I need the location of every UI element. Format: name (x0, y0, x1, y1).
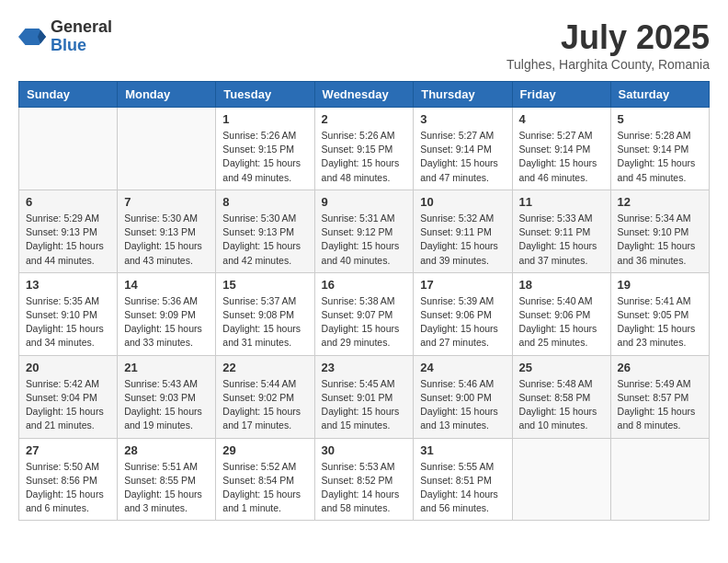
day-number: 12 (618, 195, 702, 209)
weekday-header: Saturday (610, 82, 709, 108)
calendar-cell: 27Sunrise: 5:50 AM Sunset: 8:56 PM Dayli… (19, 438, 118, 521)
logo-general-text: General (51, 18, 112, 37)
day-info: Sunrise: 5:49 AM Sunset: 8:57 PM Dayligh… (618, 377, 702, 433)
calendar-cell: 22Sunrise: 5:44 AM Sunset: 9:02 PM Dayli… (216, 355, 314, 438)
calendar-week-row: 20Sunrise: 5:42 AM Sunset: 9:04 PM Dayli… (19, 355, 710, 438)
day-info: Sunrise: 5:51 AM Sunset: 8:55 PM Dayligh… (124, 460, 209, 516)
day-number: 21 (124, 361, 209, 374)
weekday-header: Sunday (19, 82, 118, 108)
day-number: 23 (322, 361, 407, 374)
calendar-cell: 31Sunrise: 5:55 AM Sunset: 8:51 PM Dayli… (414, 438, 512, 521)
logo-icon (18, 23, 46, 51)
day-info: Sunrise: 5:30 AM Sunset: 9:13 PM Dayligh… (222, 212, 307, 268)
day-number: 18 (519, 278, 604, 292)
calendar-table: SundayMondayTuesdayWednesdayThursdayFrid… (18, 81, 710, 521)
day-number: 6 (26, 195, 110, 209)
day-info: Sunrise: 5:27 AM Sunset: 9:14 PM Dayligh… (519, 129, 604, 185)
day-info: Sunrise: 5:34 AM Sunset: 9:10 PM Dayligh… (618, 212, 702, 268)
calendar-cell: 8Sunrise: 5:30 AM Sunset: 9:13 PM Daylig… (216, 190, 314, 272)
calendar-cell: 18Sunrise: 5:40 AM Sunset: 9:06 PM Dayli… (512, 272, 610, 355)
weekday-header: Wednesday (314, 82, 414, 108)
day-number: 13 (26, 278, 110, 292)
day-info: Sunrise: 5:35 AM Sunset: 9:10 PM Dayligh… (26, 294, 110, 350)
day-info: Sunrise: 5:36 AM Sunset: 9:09 PM Dayligh… (124, 294, 209, 350)
calendar-cell: 29Sunrise: 5:52 AM Sunset: 8:54 PM Dayli… (216, 438, 314, 521)
title-block: July 2025 Tulghes, Harghita County, Roma… (506, 18, 710, 72)
day-info: Sunrise: 5:52 AM Sunset: 8:54 PM Dayligh… (222, 460, 307, 516)
day-info: Sunrise: 5:39 AM Sunset: 9:06 PM Dayligh… (420, 294, 505, 350)
calendar-cell: 3Sunrise: 5:27 AM Sunset: 9:14 PM Daylig… (414, 108, 512, 190)
day-number: 20 (26, 361, 110, 374)
page-header: General Blue July 2025 Tulghes, Harghita… (18, 18, 710, 72)
calendar-cell: 20Sunrise: 5:42 AM Sunset: 9:04 PM Dayli… (19, 355, 118, 438)
day-number: 3 (420, 112, 505, 126)
calendar-cell: 19Sunrise: 5:41 AM Sunset: 9:05 PM Dayli… (610, 272, 709, 355)
day-info: Sunrise: 5:40 AM Sunset: 9:06 PM Dayligh… (519, 294, 604, 350)
day-info: Sunrise: 5:32 AM Sunset: 9:11 PM Dayligh… (420, 212, 505, 268)
day-info: Sunrise: 5:33 AM Sunset: 9:11 PM Dayligh… (519, 212, 604, 268)
day-info: Sunrise: 5:31 AM Sunset: 9:12 PM Dayligh… (322, 212, 407, 268)
day-number: 24 (420, 361, 505, 374)
day-info: Sunrise: 5:45 AM Sunset: 9:01 PM Dayligh… (322, 377, 407, 433)
day-info: Sunrise: 5:38 AM Sunset: 9:07 PM Dayligh… (322, 294, 407, 350)
day-number: 9 (322, 195, 407, 209)
day-number: 15 (222, 278, 307, 292)
calendar-cell: 16Sunrise: 5:38 AM Sunset: 9:07 PM Dayli… (314, 272, 414, 355)
day-info: Sunrise: 5:27 AM Sunset: 9:14 PM Dayligh… (420, 129, 505, 185)
day-number: 17 (420, 278, 505, 292)
logo: General Blue (18, 18, 112, 55)
weekday-header: Friday (512, 82, 610, 108)
calendar-cell: 1Sunrise: 5:26 AM Sunset: 9:15 PM Daylig… (216, 108, 314, 190)
calendar-cell: 4Sunrise: 5:27 AM Sunset: 9:14 PM Daylig… (512, 108, 610, 190)
day-info: Sunrise: 5:48 AM Sunset: 8:58 PM Dayligh… (519, 377, 604, 433)
day-number: 4 (519, 112, 604, 126)
calendar-cell: 10Sunrise: 5:32 AM Sunset: 9:11 PM Dayli… (414, 190, 512, 272)
calendar-cell: 9Sunrise: 5:31 AM Sunset: 9:12 PM Daylig… (314, 190, 414, 272)
month-title: July 2025 (506, 18, 710, 57)
location-text: Tulghes, Harghita County, Romania (506, 57, 710, 72)
day-info: Sunrise: 5:50 AM Sunset: 8:56 PM Dayligh… (26, 460, 110, 516)
calendar-cell: 11Sunrise: 5:33 AM Sunset: 9:11 PM Dayli… (512, 190, 610, 272)
weekday-header: Monday (118, 82, 216, 108)
calendar-cell: 25Sunrise: 5:48 AM Sunset: 8:58 PM Dayli… (512, 355, 610, 438)
calendar-cell: 28Sunrise: 5:51 AM Sunset: 8:55 PM Dayli… (118, 438, 216, 521)
day-number: 26 (618, 361, 702, 374)
day-number: 19 (618, 278, 702, 292)
day-number: 5 (618, 112, 702, 126)
day-info: Sunrise: 5:53 AM Sunset: 8:52 PM Dayligh… (322, 460, 407, 516)
calendar-cell: 21Sunrise: 5:43 AM Sunset: 9:03 PM Dayli… (118, 355, 216, 438)
calendar-cell (19, 108, 118, 190)
calendar-cell: 13Sunrise: 5:35 AM Sunset: 9:10 PM Dayli… (19, 272, 118, 355)
day-number: 27 (26, 443, 110, 457)
calendar-cell: 15Sunrise: 5:37 AM Sunset: 9:08 PM Dayli… (216, 272, 314, 355)
day-info: Sunrise: 5:41 AM Sunset: 9:05 PM Dayligh… (618, 294, 702, 350)
day-info: Sunrise: 5:44 AM Sunset: 9:02 PM Dayligh… (222, 377, 307, 433)
weekday-header: Thursday (414, 82, 512, 108)
calendar-cell (512, 438, 610, 521)
day-info: Sunrise: 5:43 AM Sunset: 9:03 PM Dayligh… (124, 377, 209, 433)
calendar-cell: 26Sunrise: 5:49 AM Sunset: 8:57 PM Dayli… (610, 355, 709, 438)
day-number: 30 (322, 443, 407, 457)
calendar-cell: 2Sunrise: 5:26 AM Sunset: 9:15 PM Daylig… (314, 108, 414, 190)
day-number: 29 (222, 443, 307, 457)
calendar-cell: 12Sunrise: 5:34 AM Sunset: 9:10 PM Dayli… (610, 190, 709, 272)
day-number: 11 (519, 195, 604, 209)
calendar-cell: 5Sunrise: 5:28 AM Sunset: 9:14 PM Daylig… (610, 108, 709, 190)
calendar-cell: 17Sunrise: 5:39 AM Sunset: 9:06 PM Dayli… (414, 272, 512, 355)
day-number: 2 (322, 112, 407, 126)
calendar-cell (610, 438, 709, 521)
calendar-week-row: 27Sunrise: 5:50 AM Sunset: 8:56 PM Dayli… (19, 438, 710, 521)
calendar-cell: 14Sunrise: 5:36 AM Sunset: 9:09 PM Dayli… (118, 272, 216, 355)
calendar-week-row: 1Sunrise: 5:26 AM Sunset: 9:15 PM Daylig… (19, 108, 710, 190)
logo-blue-text: Blue (51, 37, 112, 55)
calendar-cell: 23Sunrise: 5:45 AM Sunset: 9:01 PM Dayli… (314, 355, 414, 438)
day-number: 7 (124, 195, 209, 209)
calendar-cell: 7Sunrise: 5:30 AM Sunset: 9:13 PM Daylig… (118, 190, 216, 272)
day-info: Sunrise: 5:37 AM Sunset: 9:08 PM Dayligh… (222, 294, 307, 350)
calendar-cell (118, 108, 216, 190)
day-number: 1 (222, 112, 307, 126)
day-info: Sunrise: 5:26 AM Sunset: 9:15 PM Dayligh… (322, 129, 407, 185)
day-number: 8 (222, 195, 307, 209)
day-number: 10 (420, 195, 505, 209)
calendar-cell: 24Sunrise: 5:46 AM Sunset: 9:00 PM Dayli… (414, 355, 512, 438)
